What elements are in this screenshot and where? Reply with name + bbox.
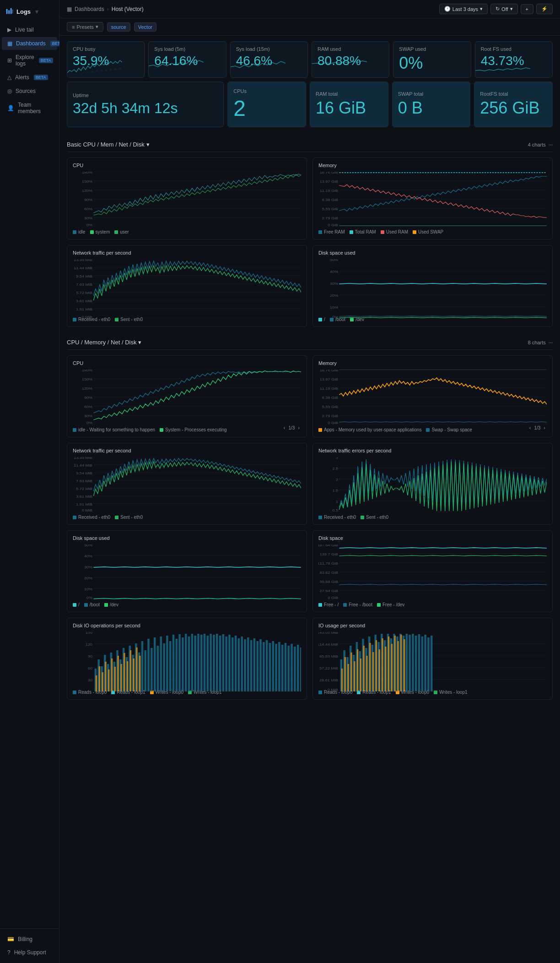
svg-rect-202: [244, 639, 246, 691]
svg-rect-213: [278, 642, 280, 691]
svg-text:2.5: 2.5: [332, 467, 338, 471]
memory-chart-area: 16.76 GiB 13.97 GiB 11.18 GiB 8.38 GiB 5…: [318, 172, 547, 227]
svg-text:30%: 30%: [84, 565, 93, 569]
svg-rect-205: [253, 638, 256, 691]
svg-rect-173: [154, 637, 156, 691]
breadcrumb-sep: ›: [107, 6, 109, 12]
sidebar-item-help-support[interactable]: ? Help Support: [2, 946, 57, 959]
svg-text:180%: 180%: [82, 172, 93, 174]
chart-network-errors: Network traffic errors per second 3 2.5 …: [312, 443, 553, 525]
svg-rect-193: [216, 634, 218, 691]
page-next-btn[interactable]: ›: [296, 424, 301, 431]
svg-rect-215: [285, 643, 287, 691]
presets-button[interactable]: ≡ Presets ▾: [67, 22, 103, 32]
svg-rect-227: [114, 667, 116, 691]
chart-disk-space: Disk space 187.64 GiB 139.7 GiB 111.76 G…: [312, 530, 553, 612]
disk-space-legend: Free - / Free - /boot Free - /dev: [318, 602, 547, 607]
section-basic-title[interactable]: Basic CPU / Mem / Net / Disk ▾: [67, 141, 150, 148]
svg-text:13.35 MiB: 13.35 MiB: [74, 259, 92, 262]
sidebar-item-sources[interactable]: ◎ Sources: [2, 85, 57, 98]
svg-rect-176: [163, 643, 165, 691]
memory-page-prev[interactable]: ‹: [528, 424, 533, 431]
svg-text:0 GiB: 0 GiB: [328, 596, 338, 599]
svg-rect-170: [145, 650, 147, 691]
svg-text:114.44 MiB: 114.44 MiB: [318, 642, 338, 647]
sources-icon: ◎: [7, 88, 12, 94]
network-errors-legend: Received - eth0 Sent - eth0: [318, 515, 547, 520]
metric-cpu-busy: CPU busy 35.9%: [67, 41, 145, 78]
metric-sys-load-15m: Sys load (15m) 46.6%: [230, 41, 308, 78]
svg-text:2.79 GiB: 2.79 GiB: [322, 414, 339, 418]
memory-page-next[interactable]: ›: [542, 424, 547, 431]
sidebar-item-team-members[interactable]: 👤 Team members: [2, 98, 57, 118]
sidebar-item-dashboards[interactable]: ▦ Dashboards BETA: [2, 37, 57, 50]
svg-rect-201: [241, 637, 243, 691]
billing-icon: 💳: [7, 936, 14, 942]
svg-rect-171: [147, 639, 150, 691]
svg-rect-208: [263, 642, 265, 691]
svg-rect-185: [191, 634, 194, 691]
page-prev-btn[interactable]: ‹: [282, 424, 287, 431]
svg-rect-230: [124, 653, 125, 691]
sidebar-item-billing[interactable]: 💳 Billing: [2, 933, 57, 946]
time-range-button[interactable]: 🕐 Last 3 days ▾: [439, 4, 488, 14]
svg-text:11.18 GiB: 11.18 GiB: [320, 189, 339, 193]
refresh-button[interactable]: ↻ Off ▾: [490, 4, 517, 14]
svg-text:60: 60: [88, 666, 92, 670]
svg-rect-293: [388, 637, 389, 691]
svg-rect-297: [400, 635, 402, 691]
chevron-down-icon-4: ▾: [146, 141, 150, 148]
svg-rect-287: [369, 643, 371, 691]
svg-text:0%: 0%: [332, 315, 339, 319]
svg-text:5.59 GiB: 5.59 GiB: [322, 207, 339, 211]
svg-rect-196: [225, 637, 227, 691]
logo-chevron[interactable]: ▾: [35, 8, 38, 15]
more-icon-2[interactable]: ···: [549, 340, 553, 345]
svg-rect-197: [228, 635, 231, 691]
metric-ram-used: RAM used 80.88%: [312, 41, 389, 78]
metric-rootfs-used: Root FS used 43.73%: [475, 41, 553, 78]
svg-text:13.97 GiB: 13.97 GiB: [320, 377, 339, 381]
svg-rect-191: [210, 634, 212, 691]
metric-uptime: Uptime 32d 5h 34m 12s: [67, 82, 224, 127]
section-detail: CPU / Memory / Net / Disk ▾ 8 charts ···…: [59, 334, 560, 707]
add-button[interactable]: +: [521, 4, 533, 14]
svg-text:5.72 MiB: 5.72 MiB: [76, 291, 92, 295]
svg-rect-219: [297, 645, 299, 691]
disk-chart-area: 50% 40% 30% 20% 10% 0%: [318, 259, 547, 314]
cpu-chart-area: 180% 150% 120% 90% 60% 30% 0%: [73, 172, 301, 227]
svg-rect-174: [157, 646, 159, 691]
svg-rect-292: [385, 647, 386, 691]
io-usage-area: 143.05 MiB 114.44 MiB 85.83 MiB 57.22 Mi…: [318, 632, 547, 687]
source-tag[interactable]: source: [107, 22, 130, 32]
main-content: ▦ Dashboards › Host (Vector) 🕐 Last 3 da…: [59, 0, 560, 963]
team-icon: 👤: [7, 105, 14, 111]
svg-rect-298: [404, 639, 405, 691]
section-detail-title[interactable]: CPU / Memory / Net / Disk ▾: [67, 339, 141, 346]
svg-text:120%: 120%: [82, 189, 93, 193]
sidebar-item-live-tail[interactable]: ▶ Live tail: [2, 23, 57, 36]
chart-network-detail: Network traffic per second 13.35 MiB 11.…: [67, 443, 307, 525]
vector-tag[interactable]: Vector: [134, 22, 156, 32]
svg-rect-277: [431, 636, 433, 691]
svg-rect-177: [166, 636, 168, 691]
svg-text:0.5: 0.5: [332, 508, 338, 512]
svg-rect-180: [176, 639, 178, 691]
refresh-icon: ↻: [495, 6, 500, 12]
sidebar-item-explore-logs[interactable]: ⊞ Explore logs BETA: [2, 51, 57, 70]
more-icon[interactable]: ···: [549, 142, 553, 147]
cpu-detail-area: 180% 150% 120% 90% 60% 30% 0%: [73, 370, 301, 424]
clock-icon: 🕐: [444, 6, 451, 12]
svg-text:13.35 MiB: 13.35 MiB: [74, 457, 92, 460]
svg-text:1.91 MiB: 1.91 MiB: [76, 307, 92, 311]
svg-rect-169: [141, 641, 144, 691]
app-logo: Logs ▾: [0, 4, 59, 23]
disk-used-detail-legend: / /boot /dev: [73, 602, 301, 607]
svg-rect-217: [291, 644, 293, 691]
flash-button[interactable]: ⚡: [536, 4, 553, 14]
svg-rect-294: [391, 644, 393, 691]
svg-rect-209: [266, 640, 268, 691]
svg-text:30%: 30%: [84, 216, 93, 220]
svg-text:8.38 GiB: 8.38 GiB: [322, 198, 339, 202]
sidebar-item-alerts[interactable]: △ Alerts BETA: [2, 71, 57, 84]
